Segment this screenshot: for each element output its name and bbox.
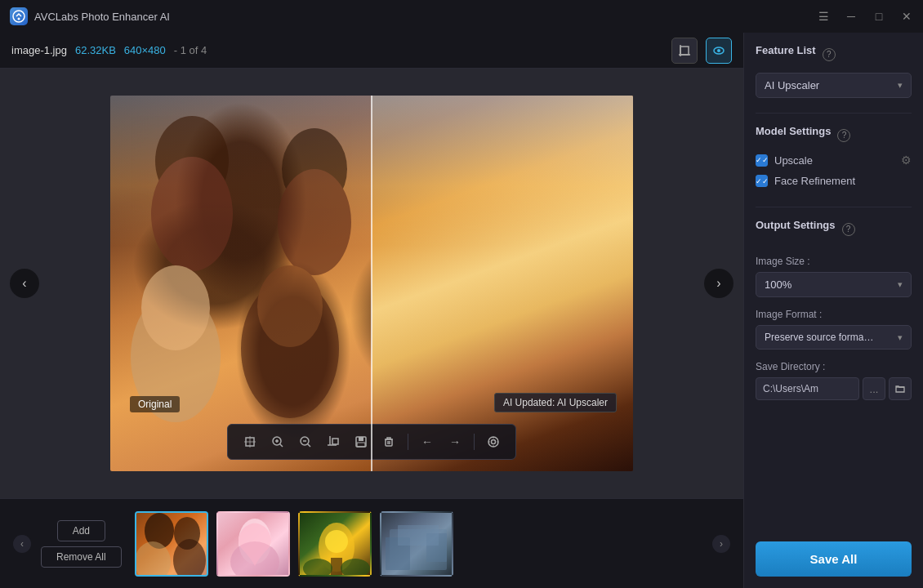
thumbnail-1[interactable] bbox=[135, 511, 208, 577]
add-remove-controls: Add Remove All bbox=[41, 520, 122, 568]
face-refinement-checkbox[interactable]: ✓ bbox=[756, 175, 768, 187]
svg-rect-2 bbox=[680, 47, 689, 55]
fit-view-button[interactable] bbox=[238, 430, 262, 454]
model-settings-section-header: Model Settings ? bbox=[756, 125, 912, 145]
svg-point-12 bbox=[141, 265, 210, 350]
save-all-button[interactable]: Save All bbox=[756, 541, 912, 577]
file-dimensions: 640×480 bbox=[124, 44, 166, 56]
svg-rect-66 bbox=[398, 525, 439, 546]
model-settings-help-icon[interactable]: ? bbox=[837, 129, 850, 142]
split-divider bbox=[371, 96, 372, 471]
thumbnail-4[interactable] bbox=[380, 511, 453, 577]
svg-point-42 bbox=[488, 437, 498, 447]
output-settings-help-icon[interactable]: ? bbox=[842, 223, 855, 236]
svg-line-31 bbox=[308, 444, 311, 448]
thumb-prev-button[interactable]: ‹ bbox=[13, 535, 31, 553]
file-size: 62.32KB bbox=[75, 44, 116, 56]
open-folder-button[interactable] bbox=[889, 377, 912, 400]
face-refinement-label: Face Refinement bbox=[774, 175, 912, 187]
compare-button[interactable] bbox=[481, 430, 506, 454]
browse-path-button[interactable]: ... bbox=[863, 377, 885, 400]
left-panel: image-1.jpg 62.32KB 640×480 - 1 of 4 bbox=[0, 33, 743, 588]
svg-point-43 bbox=[492, 440, 496, 444]
chevron-down-icon-size: ▾ bbox=[898, 279, 903, 290]
prev-button[interactable]: ← bbox=[415, 430, 439, 454]
toolbar-separator-2 bbox=[474, 434, 475, 450]
chevron-down-icon-format: ▾ bbox=[898, 332, 903, 343]
image-format-dropdown[interactable]: Preserve source forma… ▾ bbox=[756, 325, 912, 350]
close-button[interactable]: ✕ bbox=[900, 10, 913, 23]
thumbnail-strip: ‹ Add Remove All bbox=[0, 498, 743, 588]
upscale-label: Upscale bbox=[774, 154, 894, 167]
zoom-in-button[interactable] bbox=[265, 430, 290, 454]
output-settings-section-header: Output Settings ? bbox=[756, 219, 912, 239]
ai-badge: AI Updated: AI Upscaler bbox=[494, 393, 617, 412]
save-dir-label: Save Directory : bbox=[756, 361, 912, 372]
topbar: image-1.jpg 62.32KB 640×480 - 1 of 4 bbox=[0, 33, 743, 69]
app-icon bbox=[10, 7, 28, 25]
svg-point-58 bbox=[325, 530, 348, 553]
menu-button[interactable]: ☰ bbox=[817, 10, 830, 23]
chevron-down-icon: ▾ bbox=[898, 80, 903, 91]
thumb-next-button[interactable]: › bbox=[712, 535, 730, 553]
feature-list-help-icon[interactable]: ? bbox=[823, 48, 836, 61]
upscale-checkbox[interactable]: ✓ bbox=[756, 154, 768, 167]
titlebar: AVCLabs Photo Enhancer AI ☰ ─ □ ✕ bbox=[0, 0, 923, 33]
svg-rect-59 bbox=[331, 558, 342, 576]
original-label: Original bbox=[130, 396, 180, 412]
save-button[interactable] bbox=[349, 430, 373, 454]
image-container: Original AI Updated: AI Upscaler bbox=[110, 96, 633, 471]
thumbnail-2[interactable] bbox=[216, 511, 290, 577]
window-controls: ☰ ─ □ ✕ bbox=[817, 10, 913, 23]
svg-rect-35 bbox=[332, 439, 338, 444]
thumbnail-3[interactable] bbox=[298, 511, 372, 577]
image-size-label: Image Size : bbox=[756, 256, 912, 267]
feature-list-dropdown[interactable]: AI Upscaler ▾ bbox=[756, 73, 912, 98]
file-count: - 1 of 4 bbox=[174, 44, 207, 56]
crop-button[interactable] bbox=[321, 430, 346, 454]
face-refinement-row: ✓ Face Refinement bbox=[756, 175, 912, 187]
crop-view-button[interactable] bbox=[671, 38, 698, 64]
feature-list-title: Feature List bbox=[756, 44, 816, 56]
right-panel-spacer bbox=[756, 400, 912, 528]
toolbar-separator bbox=[408, 434, 408, 450]
file-name: image-1.jpg bbox=[11, 44, 67, 56]
svg-point-14 bbox=[257, 265, 323, 347]
prev-image-button[interactable]: ‹ bbox=[10, 269, 39, 298]
svg-rect-39 bbox=[386, 439, 392, 446]
svg-point-10 bbox=[278, 169, 351, 275]
app-title: AVCLabs Photo Enhancer AI bbox=[34, 11, 817, 23]
thumbnails-container bbox=[135, 511, 702, 577]
svg-point-6 bbox=[717, 49, 720, 52]
maximize-button[interactable]: □ bbox=[872, 10, 885, 23]
svg-rect-37 bbox=[359, 437, 363, 441]
right-panel: Feature List ? AI Upscaler ▾ Model Setti… bbox=[743, 33, 923, 588]
remove-all-button[interactable]: Remove All bbox=[41, 546, 122, 568]
zoom-out-button[interactable] bbox=[293, 430, 318, 454]
model-settings-title: Model Settings bbox=[756, 125, 831, 137]
viewer-area: ‹ bbox=[0, 69, 743, 498]
save-directory-input[interactable]: C:\Users\Am bbox=[756, 377, 859, 400]
svg-point-0 bbox=[13, 11, 25, 22]
next-button[interactable]: → bbox=[443, 430, 467, 454]
preview-button[interactable] bbox=[706, 38, 732, 64]
add-button[interactable]: Add bbox=[57, 520, 105, 541]
minimize-button[interactable]: ─ bbox=[845, 10, 858, 23]
main-layout: image-1.jpg 62.32KB 640×480 - 1 of 4 bbox=[0, 33, 923, 588]
feature-list-section-header: Feature List ? bbox=[756, 44, 912, 65]
svg-line-27 bbox=[280, 444, 283, 448]
section-divider-2 bbox=[756, 207, 912, 207]
upscale-row: ✓ Upscale ⚙ bbox=[756, 154, 912, 167]
image-format-label: Image Format : bbox=[756, 309, 912, 320]
next-image-button[interactable]: › bbox=[704, 269, 733, 298]
upscale-settings-icon[interactable]: ⚙ bbox=[901, 154, 912, 167]
image-size-dropdown[interactable]: 100% ▾ bbox=[756, 272, 912, 297]
svg-point-8 bbox=[151, 157, 233, 271]
section-divider-1 bbox=[756, 113, 912, 114]
svg-point-1 bbox=[18, 18, 20, 20]
save-directory-row: C:\Users\Am ... bbox=[756, 377, 912, 400]
output-settings-title: Output Settings bbox=[756, 219, 836, 231]
delete-button[interactable] bbox=[377, 430, 401, 454]
